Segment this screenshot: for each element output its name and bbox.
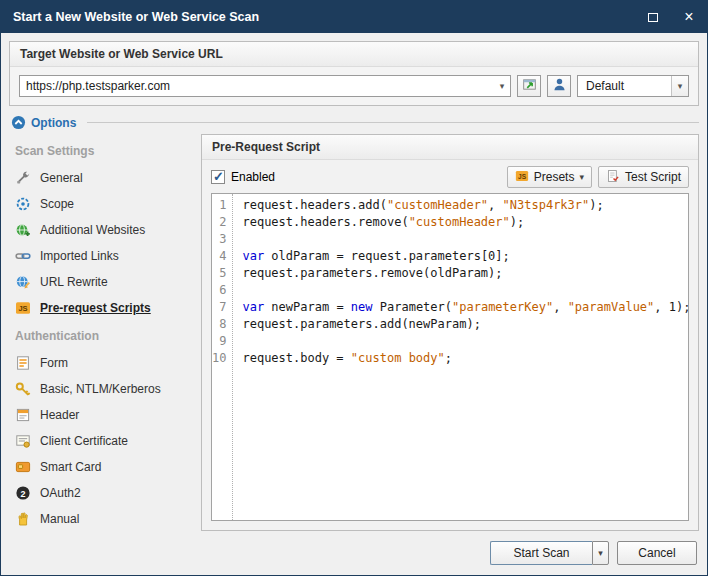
- code-line[interactable]: request.headers.remove("customHeader");: [242, 214, 689, 231]
- start-scan-button[interactable]: Start Scan: [490, 541, 592, 565]
- svg-text:JS: JS: [518, 172, 527, 179]
- code-line[interactable]: request.headers.add("customHeader", "N3t…: [242, 197, 689, 214]
- target-url-input[interactable]: [20, 77, 494, 95]
- dialog-content: Target Website or Web Service URL ▾ Defa…: [1, 33, 707, 575]
- sidebar-item-label: Pre-request Scripts: [40, 301, 151, 315]
- presets-label: Presets: [534, 170, 575, 184]
- person-icon: [552, 77, 567, 95]
- code-line[interactable]: request.parameters.add(newParam);: [242, 316, 689, 333]
- code-line[interactable]: [242, 333, 689, 350]
- options-toggle[interactable]: Options: [11, 115, 699, 130]
- main-row: Scan SettingsGeneralScopeAdditional Webs…: [9, 134, 699, 531]
- js-icon: JS: [515, 169, 529, 186]
- oauth2-icon: 2: [15, 485, 31, 501]
- sidebar-item-label: Imported Links: [40, 249, 119, 263]
- code-line[interactable]: var newParam = new Parameter("parameterK…: [242, 299, 689, 316]
- test-script-label: Test Script: [625, 170, 681, 184]
- sidebar-section-header-authentication: Authentication: [11, 321, 193, 350]
- line-number: 7: [212, 299, 226, 316]
- svg-text:2: 2: [20, 489, 25, 499]
- sidebar-item-label: Header: [40, 408, 79, 422]
- chain-link-icon: [15, 248, 31, 264]
- maximize-icon: [648, 13, 658, 22]
- enabled-checkbox[interactable]: [211, 170, 225, 184]
- code-line[interactable]: request.parameters.remove(oldParam);: [242, 265, 689, 282]
- window-title: Start a New Website or Web Service Scan: [1, 10, 635, 24]
- toolbar-right: JS Presets ▾ Test Script: [507, 166, 689, 188]
- sidebar-item-label: Additional Websites: [40, 223, 145, 237]
- enabled-label: Enabled: [231, 170, 275, 184]
- sidebar-section-header-scan-settings: Scan Settings: [11, 136, 193, 165]
- collapse-circle-icon: [11, 115, 26, 130]
- script-toolbar: Enabled JS Presets ▾ Test Script: [202, 160, 698, 193]
- sidebar-item-manual[interactable]: Manual: [11, 506, 193, 531]
- footer: Start Scan ▾ Cancel: [9, 531, 699, 575]
- scan-profile-select[interactable]: Default ▾: [577, 75, 689, 97]
- hand-icon: [15, 511, 31, 527]
- line-number: 10: [212, 350, 226, 367]
- header-icon: [15, 407, 31, 423]
- key-icon: [15, 381, 31, 397]
- url-combo-dropdown-icon[interactable]: ▾: [494, 81, 510, 91]
- sidebar-item-additional-websites[interactable]: Additional Websites: [11, 217, 193, 243]
- js-icon: JS: [15, 300, 31, 316]
- sidebar-item-general[interactable]: General: [11, 165, 193, 191]
- line-number-gutter: 12345678910: [212, 194, 233, 520]
- code-line[interactable]: [242, 282, 689, 299]
- code-area[interactable]: request.headers.add("customHeader", "N3t…: [233, 194, 689, 520]
- enabled-checkbox-wrap[interactable]: Enabled: [211, 170, 275, 184]
- sidebar-item-oauth2[interactable]: 2OAuth2: [11, 480, 193, 506]
- start-scan-dropdown-icon[interactable]: ▾: [592, 541, 609, 565]
- sidebar-item-client-certificate[interactable]: Client Certificate: [11, 428, 193, 454]
- close-icon: ×: [684, 9, 693, 25]
- sidebar-item-label: Form: [40, 356, 68, 370]
- sidebar-item-label: URL Rewrite: [40, 275, 108, 289]
- sidebar-item-imported-links[interactable]: Imported Links: [11, 243, 193, 269]
- sidebar-item-header[interactable]: Header: [11, 402, 193, 428]
- cancel-button[interactable]: Cancel: [617, 541, 697, 565]
- code-line[interactable]: [242, 231, 689, 248]
- code-line[interactable]: request.body = "custom body";: [242, 350, 689, 367]
- sidebar-item-smart-card[interactable]: Smart Card: [11, 454, 193, 480]
- target-row: ▾ Default ▾: [10, 67, 698, 105]
- maximize-button[interactable]: [635, 1, 671, 33]
- profile-dropdown-icon[interactable]: ▾: [671, 76, 688, 96]
- line-number: 5: [212, 265, 226, 282]
- profile-user-button[interactable]: [547, 75, 571, 97]
- globe-edit-icon: [15, 274, 31, 290]
- line-number: 6: [212, 282, 226, 299]
- sidebar-item-label: OAuth2: [40, 486, 81, 500]
- close-button[interactable]: ×: [671, 1, 707, 33]
- options-divider: [87, 122, 699, 123]
- start-scan-split-button: Start Scan ▾: [490, 541, 609, 565]
- title-bar: Start a New Website or Web Service Scan …: [1, 1, 707, 33]
- scan-profile-value: Default: [578, 79, 671, 93]
- target-group-header: Target Website or Web Service URL: [10, 42, 698, 67]
- panel-header: Pre-Request Script: [202, 135, 698, 160]
- form-icon: [15, 355, 31, 371]
- sidebar-item-label: Smart Card: [40, 460, 101, 474]
- options-label: Options: [31, 116, 76, 130]
- prerequest-script-panel: Pre-Request Script Enabled JS Presets ▾: [201, 134, 699, 531]
- sidebar-item-scope[interactable]: Scope: [11, 191, 193, 217]
- presets-button[interactable]: JS Presets ▾: [507, 166, 592, 188]
- sidebar-item-label: Scope: [40, 197, 74, 211]
- sidebar-item-basic-ntlm-kerberos[interactable]: Basic, NTLM/Kerberos: [11, 376, 193, 402]
- smartcard-icon: [15, 459, 31, 475]
- scan-dialog: Start a New Website or Web Service Scan …: [0, 0, 708, 576]
- test-script-button[interactable]: Test Script: [598, 166, 689, 188]
- launch-icon: [522, 77, 537, 95]
- test-script-icon: [606, 169, 620, 186]
- svg-text:JS: JS: [18, 304, 27, 313]
- line-number: 9: [212, 333, 226, 350]
- sidebar-item-label: Basic, NTLM/Kerberos: [40, 382, 161, 396]
- sidebar-item-pre-request-scripts[interactable]: JSPre-request Scripts: [11, 295, 193, 321]
- open-in-browser-button[interactable]: [517, 75, 541, 97]
- sidebar-item-url-rewrite[interactable]: URL Rewrite: [11, 269, 193, 295]
- code-line[interactable]: var oldParam = request.parameters[0];: [242, 248, 689, 265]
- line-number: 1: [212, 197, 226, 214]
- sidebar-item-form[interactable]: Form: [11, 350, 193, 376]
- sidebar-item-label: Client Certificate: [40, 434, 128, 448]
- script-editor[interactable]: 12345678910 request.headers.add("customH…: [211, 193, 689, 521]
- sidebar-item-label: General: [40, 171, 83, 185]
